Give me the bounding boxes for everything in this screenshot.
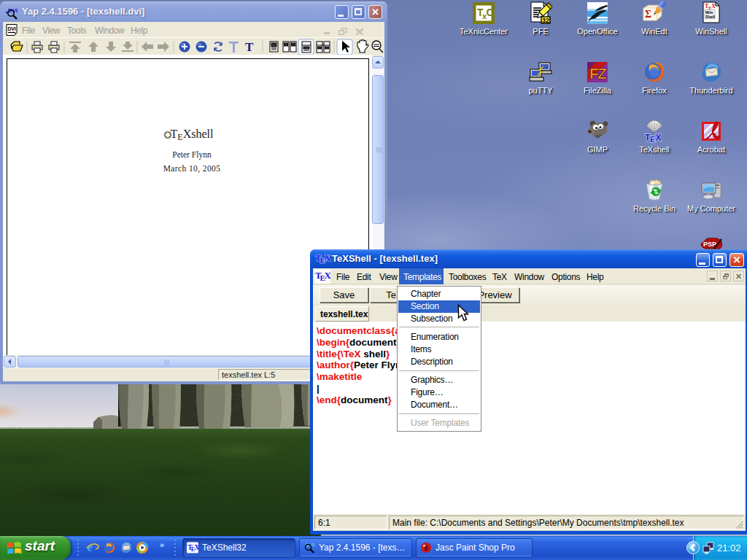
svg-text:Shell: Shell bbox=[705, 15, 716, 19]
svg-text:X: X bbox=[656, 133, 662, 143]
svg-text:Z: Z bbox=[597, 65, 607, 82]
svg-text:PSP: PSP bbox=[703, 241, 716, 248]
svg-text:Σ: Σ bbox=[645, 9, 651, 20]
svg-text:32: 32 bbox=[542, 17, 549, 24]
svg-text:8: 8 bbox=[424, 545, 427, 552]
svg-text:E: E bbox=[651, 136, 656, 143]
svg-text:C: C bbox=[487, 7, 494, 18]
svg-text:X: X bbox=[194, 543, 198, 551]
svg-text:T: T bbox=[245, 40, 254, 54]
svg-text:X: X bbox=[325, 253, 332, 263]
